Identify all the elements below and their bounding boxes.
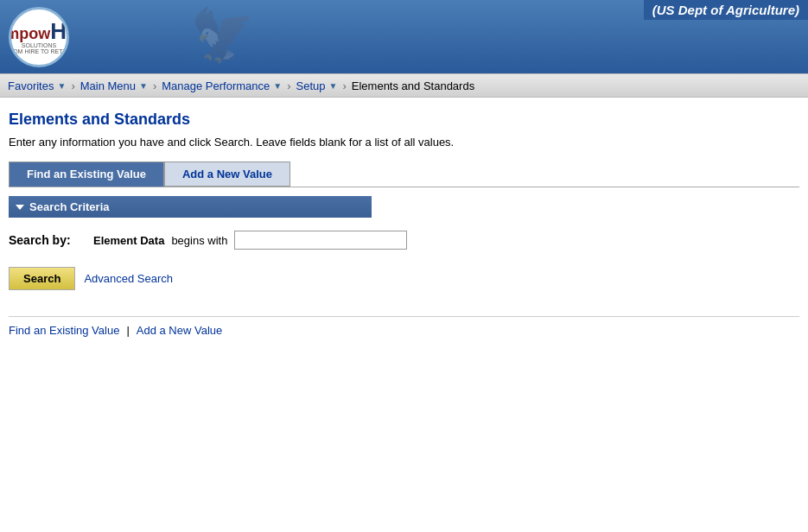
eagle-decoration: 🦅 (190, 4, 255, 66)
footer-separator: | (126, 324, 129, 337)
tab-find-existing[interactable]: Find an Existing Value (9, 162, 164, 187)
nav-setup[interactable]: Setup ▼ (293, 79, 341, 92)
setup-arrow-icon: ▼ (329, 81, 338, 91)
field-name-label: Element Data (93, 234, 164, 247)
nav-manage-performance[interactable]: Manage Performance ▼ (158, 79, 285, 92)
tabs-row: Find an Existing Value Add a New Value (9, 162, 799, 187)
logo-empow: Empow (9, 26, 50, 41)
footer-find-existing-link[interactable]: Find an Existing Value (9, 324, 119, 337)
logo-hr: HR (50, 20, 69, 42)
page-description: Enter any information you have and click… (9, 136, 799, 149)
advanced-search-link[interactable]: Advanced Search (84, 272, 173, 285)
nav-sep-1: › (71, 79, 74, 92)
search-by-label: Search by: (9, 233, 86, 247)
search-criteria-header[interactable]: Search Criteria (9, 196, 372, 218)
operator-label: begins with (171, 234, 227, 247)
logo-circle: EmpowHR SOLUTIONS FROM HIRE TO RETIRE (9, 7, 69, 67)
search-criteria-label: Search Criteria (29, 200, 110, 213)
nav-sep-4: › (342, 79, 346, 92)
tab-add-new[interactable]: Add a New Value (164, 162, 290, 187)
page-title: Elements and Standards (9, 111, 799, 129)
search-by-row: Search by: Element Data begins with (9, 231, 799, 250)
manage-performance-arrow-icon: ▼ (273, 81, 282, 91)
main-content: Elements and Standards Enter any informa… (0, 98, 808, 350)
nav-sep-3: › (287, 79, 290, 92)
nav-sep-2: › (153, 79, 156, 92)
collapse-icon (16, 205, 24, 210)
tab-divider (9, 187, 799, 187)
footer-links: Find an Existing Value | Add a New Value (9, 316, 799, 337)
buttons-row: Search Advanced Search (9, 267, 799, 290)
search-button[interactable]: Search (9, 267, 75, 290)
nav-main-menu[interactable]: Main Menu ▼ (77, 79, 151, 92)
logo-area: EmpowHR SOLUTIONS FROM HIRE TO RETIRE (0, 3, 78, 72)
nav-elements-standards: Elements and Standards (348, 79, 478, 92)
navbar: Favorites ▼ › Main Menu ▼ › Manage Perfo… (0, 73, 808, 98)
main-menu-arrow-icon: ▼ (139, 81, 148, 91)
favorites-arrow-icon: ▼ (57, 81, 66, 91)
footer-add-new-link[interactable]: Add a New Value (137, 324, 223, 337)
element-data-input[interactable] (234, 231, 407, 250)
nav-favorites[interactable]: Favorites ▼ (4, 79, 69, 92)
logo-tagline: FROM HIRE TO RETIRE (9, 48, 69, 54)
